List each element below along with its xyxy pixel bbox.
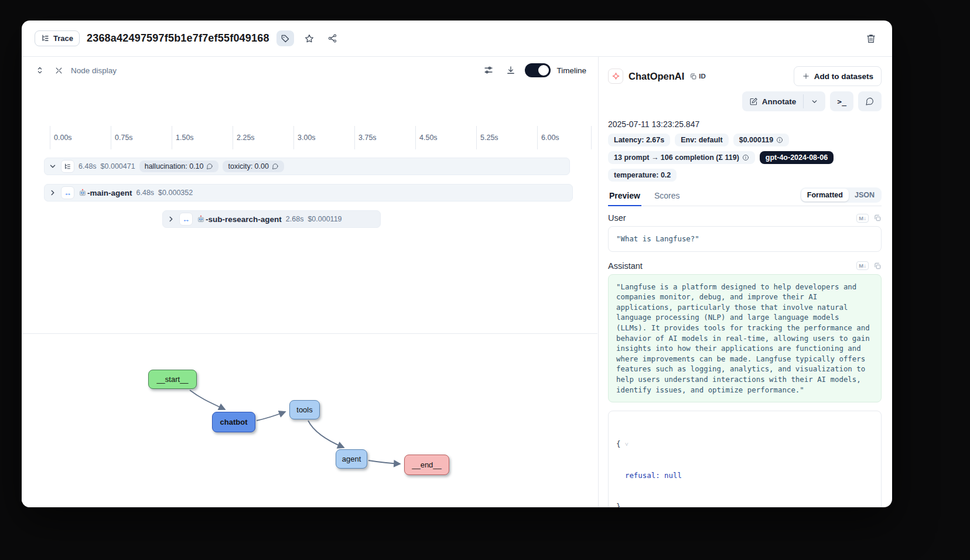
- cost-badge: $0.000119: [733, 134, 789, 146]
- observation-name: -main-agent: [78, 189, 132, 197]
- span-icon: ↔: [182, 215, 190, 224]
- score-badge-hallucination[interactable]: hallucination: 0.10: [139, 161, 219, 172]
- download-icon: [506, 65, 516, 76]
- score-label: hallucination: 0.10: [145, 162, 204, 170]
- tokens-badge: 13 prompt → 106 completion (Σ 119): [608, 151, 755, 164]
- time-tick: 3.00s: [293, 126, 316, 149]
- time-tick: 2.25s: [233, 126, 255, 149]
- detail-tabs: Preview Scores Formatted JSON: [608, 187, 882, 206]
- score-label: toxicity: 0.00: [228, 162, 268, 170]
- chevron-down-icon[interactable]: [49, 162, 57, 170]
- output-json-box: { ˅ refusal: null }: [608, 411, 882, 507]
- graph-node-start[interactable]: __start__: [148, 370, 197, 389]
- expand-all-button[interactable]: [33, 62, 46, 78]
- annotate-button[interactable]: Annotate: [742, 91, 804, 111]
- trace-duration: 6.48s: [78, 162, 97, 170]
- collapse-icon: [54, 66, 63, 75]
- trace-type-badge: Trace: [35, 30, 80, 46]
- playground-button[interactable]: >_: [830, 91, 853, 111]
- tokens-value: 13 prompt → 106 completion (Σ 119): [614, 153, 739, 162]
- json-value: null: [664, 471, 682, 480]
- edge-tools-agent: [308, 421, 344, 448]
- collapse-all-button[interactable]: [52, 62, 65, 78]
- graph-edges: [22, 334, 598, 507]
- timeline-row-main-agent[interactable]: ↔ -main-agent 6.48s $0.000352: [44, 184, 573, 202]
- info-icon[interactable]: [742, 154, 749, 161]
- agent-graph: __start__ chatbot tools agent __end__: [22, 333, 597, 507]
- comments-button[interactable]: [858, 91, 882, 111]
- user-section-label: User: [608, 213, 626, 223]
- time-axis: 0.00s 0.75s 1.50s 2.25s 3.00s 3.75s 4.50…: [22, 126, 598, 151]
- env-badge: Env: default: [675, 134, 729, 146]
- cost-value: $0.000119: [739, 136, 773, 144]
- copy-icon[interactable]: [873, 262, 882, 270]
- graph-node-tools[interactable]: tools: [289, 400, 320, 419]
- time-tick: 5.25s: [476, 126, 498, 149]
- graph-node-chatbot[interactable]: chatbot: [212, 412, 255, 432]
- annotate-button-group: Annotate: [742, 91, 826, 111]
- temperature-badge: temperature: 0.2: [608, 169, 677, 182]
- observation-detail-panel: ChatOpenAI ID Add to datasets Annotate: [599, 57, 892, 507]
- user-section-header: User M↓: [608, 213, 882, 223]
- plus-icon: [802, 72, 810, 80]
- latency-badge: Latency: 2.67s: [608, 134, 670, 146]
- score-badge-toxicity[interactable]: toxicity: 0.00: [223, 161, 284, 172]
- observation-name-text: -main-agent: [87, 189, 132, 197]
- copy-icon[interactable]: [873, 214, 882, 222]
- delete-trace-button[interactable]: [863, 30, 879, 47]
- markdown-toggle-icon[interactable]: M↓: [856, 261, 869, 270]
- annotate-dropdown-button[interactable]: [804, 91, 825, 111]
- robot-icon: [197, 215, 205, 223]
- graph-node-agent[interactable]: agent: [336, 449, 367, 469]
- time-tick: 3.75s: [354, 126, 377, 149]
- timeline-row-trace[interactable]: 6.48s $0.000471 hallucination: 0.10 toxi…: [44, 158, 570, 175]
- graph-node-end[interactable]: __end__: [404, 455, 449, 475]
- observation-cost: $0.000119: [308, 215, 341, 223]
- time-tick: 1.50s: [172, 126, 194, 149]
- markdown-toggle-icon[interactable]: M↓: [856, 214, 869, 223]
- edit-icon: [749, 97, 758, 106]
- model-badge[interactable]: gpt-4o-2024-08-06: [760, 151, 834, 164]
- collapse-chevron-icon[interactable]: ˅: [625, 441, 629, 448]
- share-button[interactable]: [325, 30, 341, 47]
- time-tick: 6.00s: [537, 126, 559, 149]
- terminal-icon: >_: [837, 97, 846, 106]
- tab-preview[interactable]: Preview: [608, 189, 641, 206]
- trace-id: 2368a42497597f5b1e7f7ef55f049168: [87, 32, 269, 45]
- edge-start-chatbot: [190, 390, 225, 409]
- assistant-section-header: Assistant M↓: [608, 261, 882, 271]
- format-toggle: Formatted JSON: [800, 187, 882, 203]
- timeline-toggle[interactable]: [525, 63, 551, 77]
- format-formatted-option[interactable]: Formatted: [801, 189, 849, 202]
- tab-scores[interactable]: Scores: [653, 189, 681, 206]
- tag-button[interactable]: [276, 30, 294, 46]
- timeline-panel: Node display Timeline 0.00s 0.75s 1.50s …: [22, 57, 599, 507]
- observation-badges: Latency: 2.67s Env: default $0.000119 13…: [608, 134, 889, 182]
- chevron-right-icon[interactable]: [167, 215, 175, 223]
- time-tick: 0.00s: [50, 126, 72, 149]
- info-icon[interactable]: [776, 136, 783, 144]
- json-key: refusal:: [625, 471, 660, 480]
- edge-chatbot-tools: [257, 412, 285, 421]
- add-to-datasets-button[interactable]: Add to datasets: [794, 66, 882, 86]
- time-tick-end: [591, 126, 595, 149]
- robot-icon: [78, 189, 87, 197]
- timeline-toggle-label: Timeline: [556, 66, 586, 75]
- span-type-icon-box: ↔: [61, 186, 74, 199]
- format-json-option[interactable]: JSON: [849, 189, 880, 202]
- generation-icon: [608, 69, 623, 84]
- brace: {: [616, 439, 620, 448]
- observation-name: -sub-research-agent: [197, 215, 282, 224]
- download-button[interactable]: [503, 62, 519, 78]
- copy-icon: [689, 73, 697, 80]
- tree-icon: [41, 34, 50, 43]
- chevron-right-icon[interactable]: [49, 189, 57, 197]
- display-settings-button[interactable]: [480, 62, 497, 78]
- copy-id-button[interactable]: ID: [689, 73, 706, 80]
- tree-icon: [64, 163, 71, 170]
- observation-title: ChatOpenAI: [629, 71, 684, 82]
- header-bar: Trace 2368a42497597f5b1e7f7ef55f049168: [22, 21, 892, 57]
- timeline-row-sub-research-agent[interactable]: ↔ -sub-research-agent 2.68s $0.000119: [162, 210, 381, 228]
- star-button[interactable]: [301, 30, 317, 47]
- trace-node-icon-box: [61, 160, 74, 173]
